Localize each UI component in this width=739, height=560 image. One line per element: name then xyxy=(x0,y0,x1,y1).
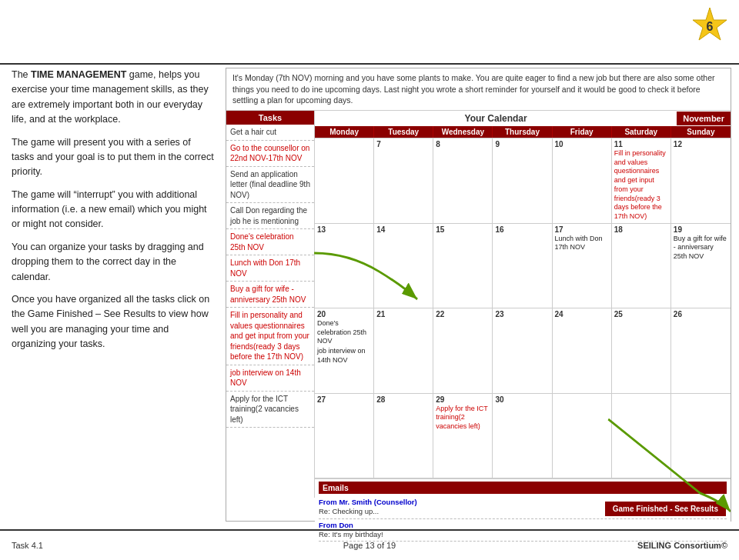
calendar-cell[interactable]: 7 xyxy=(374,138,433,223)
calendar-event: Lunch with Don 17th NOV xyxy=(555,235,609,252)
day-saturday: Saturday xyxy=(612,126,671,138)
email-subject: Re: Checking up... xyxy=(319,507,379,515)
calendar-cell[interactable]: 12 xyxy=(671,138,731,223)
day-monday: Monday xyxy=(315,126,374,138)
calendar-title-row: Your Calendar November xyxy=(315,111,731,126)
task-item[interactable]: Get a hair cut xyxy=(226,125,314,141)
paragraph-3: The game will “interrupt” you with addit… xyxy=(12,188,216,232)
calendar-main: Your Calendar November Monday Tuesday We… xyxy=(315,111,731,498)
game-title-bold: TIME MANAGEMENT xyxy=(31,69,126,80)
calendar-cell[interactable]: 27 xyxy=(315,394,374,478)
calendar-cell[interactable] xyxy=(553,394,612,478)
task-item[interactable]: Apply for the ICT training(2 vacancies l… xyxy=(226,392,314,428)
game-finished-button[interactable]: Game Finished - See Results xyxy=(605,502,726,516)
left-description-panel: The TIME MANAGEMENT game, helps you exer… xyxy=(12,68,216,359)
calendar-cell[interactable]: 26 xyxy=(671,308,731,393)
task-item[interactable]: Send an application letter (final deadli… xyxy=(226,167,314,204)
tasks-header: Tasks xyxy=(226,111,314,125)
calendar-grid: 7 8 9 10 11 Fill in personality and valu… xyxy=(315,138,731,478)
calendar-event: Buy a gift for wife - anniversary 25th N… xyxy=(674,235,728,262)
day-wednesday: Wednesday xyxy=(433,126,493,138)
badge-number: 6 xyxy=(707,20,714,33)
scenario-bar: It's Monday (7th NOV) morning and you ha… xyxy=(226,68,731,111)
task-item[interactable]: job interview on 14th NOV xyxy=(226,365,314,392)
emails-header: Emails xyxy=(319,482,727,494)
email-sender: From Mr. Smith (Counsellor) xyxy=(319,498,417,506)
paragraph-5: Once you have organized all the tasks cl… xyxy=(12,292,216,352)
calendar-cell[interactable] xyxy=(612,394,671,478)
top-divider xyxy=(0,63,739,65)
calendar-cell[interactable]: 18 xyxy=(612,224,671,308)
calendar-cell[interactable]: 19 Buy a gift for wife - anniversary 25t… xyxy=(671,224,731,308)
calendar-cell[interactable]: 14 xyxy=(374,224,433,308)
calendar-cell[interactable]: 15 xyxy=(433,224,493,308)
calendar-title: Your Calendar xyxy=(315,111,677,126)
footer: Task 4.1 Page 13 of 19 SEILING Consortiu… xyxy=(0,529,739,560)
footer-org: SEILING Consortium© xyxy=(489,541,727,550)
email-sender: From Don xyxy=(319,521,353,529)
calendar-cell[interactable]: 21 xyxy=(374,308,433,393)
calendar-cell[interactable]: 9 xyxy=(493,138,552,223)
calendar-cell[interactable]: 17 Lunch with Don 17th NOV xyxy=(553,224,612,308)
task-item[interactable]: Lunch with Don 17th NOV xyxy=(226,255,314,282)
calendar-cell[interactable] xyxy=(671,394,731,478)
calendar-week-2: 13 14 15 16 17 Lunch with Don 17th NOV 1… xyxy=(315,224,731,309)
calendar-cell[interactable]: 25 xyxy=(612,308,671,393)
task-item[interactable]: Call Don regarding the job he is mention… xyxy=(226,203,314,229)
paragraph-1: The TIME MANAGEMENT game, helps you exer… xyxy=(12,68,216,128)
calendar-event: job interview on 14th NOV xyxy=(317,347,371,365)
star-badge: 6 xyxy=(690,6,730,46)
paragraph-2: The game will present you with a series … xyxy=(12,135,216,180)
day-friday: Friday xyxy=(553,126,612,138)
footer-task: Task 4.1 xyxy=(12,541,250,550)
calendar-event: Apply for the ICT training(2 vacancies l… xyxy=(436,405,490,432)
calendar-cell[interactable]: 24 xyxy=(553,308,612,393)
calendar-cell[interactable]: 11 Fill in personality and values questi… xyxy=(612,138,671,223)
calendar-cell[interactable]: 30 xyxy=(493,394,552,478)
day-sunday: Sunday xyxy=(671,126,731,138)
tasks-sidebar: Tasks Get a hair cut Go to the counsello… xyxy=(226,111,315,498)
calendar-cell[interactable]: 8 xyxy=(433,138,493,223)
task-item[interactable]: Done's celebration 25th NOV xyxy=(226,229,314,255)
calendar-section: Tasks Get a hair cut Go to the counsello… xyxy=(226,111,731,498)
calendar-cell[interactable]: 22 xyxy=(433,308,493,393)
day-tuesday: Tuesday xyxy=(374,126,433,138)
calendar-week-3: 20 Done's celebration 25th NOV job inter… xyxy=(315,308,731,394)
calendar-cell[interactable]: 10 xyxy=(553,138,612,223)
calendar-cell[interactable]: 28 xyxy=(374,394,433,478)
calendar-event: Done's celebration 25th NOV xyxy=(317,319,371,346)
calendar-cell[interactable] xyxy=(315,138,374,223)
game-panel: It's Monday (7th NOV) morning and you ha… xyxy=(226,68,731,522)
paragraph-4: You can organize your tasks by dragging … xyxy=(12,240,216,285)
calendar-week-4: 27 28 29 Apply for the ICT training(2 va… xyxy=(315,394,731,479)
footer-page: Page 13 of 19 xyxy=(250,541,489,550)
calendar-month: November xyxy=(677,112,731,125)
calendar-cell[interactable]: 29 Apply for the ICT training(2 vacancie… xyxy=(433,394,493,478)
task-item[interactable]: Fill in personality and values questionn… xyxy=(226,308,314,365)
calendar-cell[interactable]: 23 xyxy=(493,308,552,393)
day-headers: Monday Tuesday Wednesday Thursday Friday… xyxy=(315,126,731,138)
calendar-cell[interactable]: 20 Done's celebration 25th NOV job inter… xyxy=(315,308,374,393)
task-item[interactable]: Go to the counsellor on 22nd NOV-17th NO… xyxy=(226,141,314,167)
day-thursday: Thursday xyxy=(493,126,552,138)
task-item[interactable]: Buy a gift for wife - anniversary 25th N… xyxy=(226,282,314,308)
calendar-cell[interactable]: 16 xyxy=(493,224,552,308)
calendar-event: Fill in personality and values questionn… xyxy=(614,149,668,222)
calendar-cell[interactable]: 13 xyxy=(315,224,374,308)
scenario-text: It's Monday (7th NOV) morning and you ha… xyxy=(232,73,715,105)
calendar-week-1: 7 8 9 10 11 Fill in personality and valu… xyxy=(315,138,731,224)
